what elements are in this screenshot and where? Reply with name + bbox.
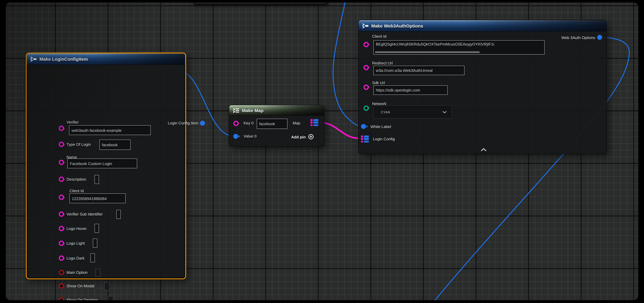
verifier-sub-identifier-input[interactable] — [116, 210, 121, 219]
node-make-web3authoptions[interactable]: Make Web3AuthOptions Web 3Auth Options C… — [358, 20, 607, 154]
pin-label-login-config-item: Login Config Item — [157, 121, 198, 125]
logo-light-input[interactable] — [93, 238, 97, 248]
logo-hover-input[interactable] — [94, 224, 99, 233]
show-on-desktop-checkbox[interactable] — [108, 296, 114, 300]
pin-type-of-login[interactable] — [59, 142, 64, 147]
node-make-map-header[interactable]: Make Map — [229, 105, 324, 116]
wire-top-to-whitelabel[interactable] — [333, 2, 362, 126]
make-map-icon — [232, 108, 239, 113]
pin-label-redirect-url: Redirect Url — [372, 61, 393, 65]
main-option-checkbox[interactable] — [95, 268, 101, 277]
pin-value-0[interactable] — [233, 134, 238, 139]
network-dropdown[interactable]: CYAN — [374, 106, 452, 118]
pin-label-sdk-url: Sdk Url — [372, 81, 385, 85]
graph-grid[interactable]: Make LoginConfigItem Login Config Item V… — [6, 2, 638, 300]
pin-web3auth-options-output[interactable] — [597, 35, 602, 40]
pin-label-show-on-desktop: Show On Desktop — [66, 298, 98, 300]
logo-dark-input[interactable] — [90, 254, 95, 262]
node-title: Make Map — [242, 108, 264, 113]
pin-verifier[interactable] — [59, 126, 64, 131]
show-on-modal-checkbox[interactable] — [104, 282, 110, 290]
pin-logo-light[interactable] — [59, 241, 64, 246]
description-input[interactable] — [94, 175, 99, 184]
pin-label-verifier: Verifier — [66, 120, 79, 124]
node-title: Make Web3AuthOptions — [371, 23, 423, 28]
add-pin-button[interactable]: Add pin — [291, 134, 314, 140]
pin-label-type-of-login: Type Of Login — [66, 142, 91, 146]
pin-description[interactable] — [59, 176, 64, 182]
pin-redirect-url[interactable] — [363, 65, 369, 70]
pin-login-config[interactable] — [361, 136, 369, 143]
chevron-up-icon[interactable] — [480, 148, 487, 152]
pin-label-white-label: White Label — [370, 125, 391, 129]
wire-map-to-loginconfig[interactable] — [319, 122, 360, 138]
pin-show-on-modal[interactable] — [59, 283, 64, 289]
sdk-url-input[interactable]: https://sdk.openlogin.com — [374, 85, 448, 95]
pin-label-verifier-sub-identifier: Verifier Sub Identifier — [66, 212, 103, 216]
pin-main-option[interactable] — [59, 270, 64, 275]
horizontal-scrollbar[interactable] — [375, 51, 480, 53]
node-make-loginconfigitem-header[interactable]: Make LoginConfigItem — [27, 53, 185, 65]
pin-label-logo-light: Logo Light — [66, 242, 85, 246]
network-dropdown-value: CYAN — [381, 110, 390, 114]
pin-label-client-id: Client Id — [372, 34, 386, 38]
verifier-input[interactable]: web3auth-facebook-example — [69, 125, 151, 135]
pin-label-show-on-modal: Show On Modal — [66, 284, 94, 288]
blueprint-graph-canvas[interactable]: Make LoginConfigItem Login Config Item V… — [6, 2, 638, 300]
pin-network[interactable] — [363, 105, 369, 111]
add-pin-label: Add pin — [291, 134, 306, 139]
client-id-input[interactable]: 1222658941886084 — [70, 194, 126, 203]
pin-white-label[interactable] — [361, 124, 366, 129]
pin-label-value-0: Value 0 — [244, 134, 256, 138]
pin-label-logo-dark: Logo Dark — [66, 256, 85, 260]
blueprint-editor: Make LoginConfigItem Login Config Item V… — [0, 0, 644, 303]
pin-login-config-item-output[interactable] — [200, 121, 205, 126]
make-struct-icon — [30, 56, 37, 62]
node-make-loginconfigitem[interactable]: Make LoginConfigItem Login Config Item V… — [26, 52, 186, 279]
node-make-web3authoptions-header[interactable]: Make Web3AuthOptions — [358, 20, 606, 32]
pin-label-key-0: Key 0 — [244, 121, 254, 125]
type-of-login-input[interactable]: facebook — [99, 140, 131, 150]
node-title: Make LoginConfigItem — [40, 56, 88, 62]
pin-label-login-config: Login Config — [373, 137, 395, 141]
pin-client-id[interactable] — [363, 42, 369, 47]
pin-label-client-id: Client Id — [70, 189, 84, 193]
pin-label-main-option: Main Option — [66, 270, 88, 274]
node-make-map[interactable]: Make Map Key 0 facebook Map Value 0 — [229, 105, 324, 147]
pin-client-id[interactable] — [59, 195, 64, 200]
client-id-value: BEglQSgt4cUWcj6SKRdu5QkOXTsePmMcusG5EAoy… — [376, 42, 494, 46]
pin-logo-dark[interactable] — [59, 255, 64, 261]
pin-verifier-sub-identifier[interactable] — [59, 212, 64, 217]
pin-label-description: Description — [66, 177, 86, 182]
plus-circle-icon — [308, 134, 314, 140]
pin-label-network: Network — [372, 102, 386, 106]
pin-sdk-url[interactable] — [363, 84, 369, 90]
pin-label-logo-hover: Logo Hover — [66, 227, 87, 231]
pin-key-0[interactable] — [233, 120, 238, 126]
key-0-input[interactable]: facebook — [257, 119, 288, 129]
make-struct-icon — [362, 23, 369, 28]
redirect-url-input[interactable]: w3a://com.w3a.Web3AuthUnreal — [374, 66, 465, 75]
client-id-input[interactable]: BEglQSgt4cUWcj6SKRdu5QkOXTsePmMcusG5EAoy… — [374, 40, 545, 55]
pin-label-map: Map — [291, 121, 300, 125]
pin-label-web3auth-options: Web 3Auth Options — [552, 36, 595, 40]
name-input[interactable]: Facebook Custom Login — [67, 158, 137, 168]
pin-name[interactable] — [59, 160, 64, 165]
pin-logo-hover[interactable] — [59, 226, 64, 231]
chevron-down-icon — [442, 111, 447, 113]
pin-map-output[interactable] — [310, 119, 318, 126]
